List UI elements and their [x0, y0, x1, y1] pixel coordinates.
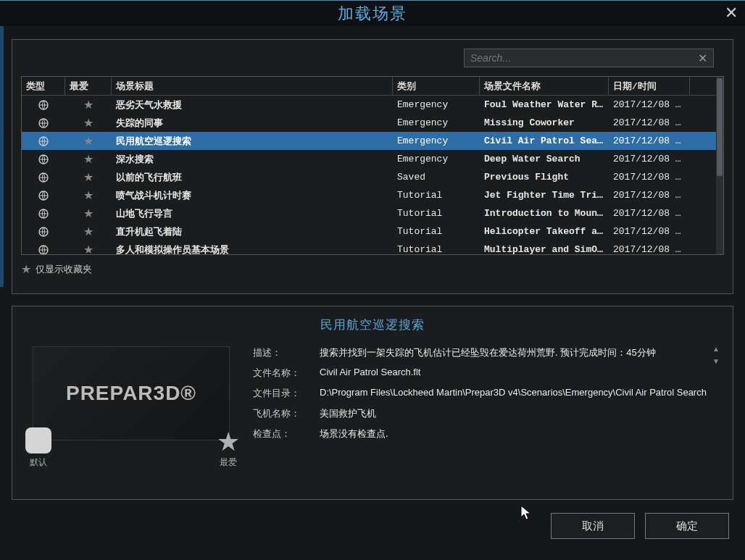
cell-favorite[interactable]: ★	[65, 188, 112, 202]
cell-title: 以前的飞行航班	[112, 171, 393, 184]
cell-datetime: 2017/12/08 21:33	[609, 172, 690, 183]
cell-datetime: 2017/12/08 20:03	[609, 226, 690, 237]
cell-favorite[interactable]: ★	[65, 152, 112, 166]
title-bar: 加载场景 ✕	[0, 0, 745, 26]
table-row[interactable]: ★直升机起飞着陆TutorialHelicopter Takeoff and L…	[22, 222, 723, 241]
cell-category: Tutorial	[393, 190, 480, 201]
cell-datetime: 2017/12/08 20:23	[609, 244, 690, 255]
close-icon[interactable]: ✕	[725, 4, 738, 22]
arrow-down-icon[interactable]: ▼	[712, 357, 720, 365]
cell-favorite[interactable]: ★	[65, 170, 112, 184]
favorite-toggle[interactable]: ★ 最爱	[217, 430, 240, 469]
col-header-datetime[interactable]: 日期/时间	[609, 77, 690, 95]
globe-icon	[38, 207, 49, 218]
table-row[interactable]: ★以前的飞行航班SavedPrevious Flight2017/12/08 2…	[22, 168, 723, 186]
cell-filename: Previous Flight	[480, 172, 609, 183]
dialog-buttons: 取消 确定	[12, 513, 733, 539]
cancel-button[interactable]: 取消	[551, 513, 635, 539]
globe-icon	[38, 99, 49, 109]
value-description: 搜索并找到一架失踪的飞机估计已经坠毁在爱达荷州荒野. 预计完成时间：45分钟 ▲…	[320, 346, 720, 359]
search-input[interactable]	[470, 52, 698, 64]
value-checkpoint: 场景没有检查点.	[320, 427, 720, 440]
cell-datetime: 2017/12/08 13:13	[609, 154, 690, 164]
grid-header: 类型 最爱 场景标题 类别 场景文件名称 日期/时间	[22, 77, 723, 96]
search-box[interactable]: ✕	[464, 49, 714, 67]
cell-category: Emergency	[393, 154, 480, 164]
star-icon: ★	[83, 117, 93, 129]
table-row[interactable]: ★失踪的同事EmergencyMissing Coworker2017/12/0…	[22, 114, 723, 132]
cell-favorite[interactable]: ★	[65, 225, 112, 238]
cell-category: Tutorial	[393, 244, 480, 255]
col-header-category[interactable]: 类别	[393, 77, 480, 95]
star-icon: ★	[83, 135, 93, 147]
cell-filename: Missing Coworker	[480, 117, 609, 128]
table-row[interactable]: ★深水搜索EmergencyDeep Water Search2017/12/0…	[22, 150, 723, 168]
col-header-title[interactable]: 场景标题	[112, 77, 393, 95]
scrollbar-thumb[interactable]	[717, 78, 723, 176]
cell-type	[22, 135, 65, 147]
label-aircraft: 飞机名称：	[253, 407, 320, 420]
detail-fields: 描述： 搜索并找到一架失踪的飞机估计已经坠毁在爱达荷州荒野. 预计完成时间：45…	[253, 346, 720, 469]
cell-favorite[interactable]: ★	[65, 206, 112, 220]
cell-favorite[interactable]: ★	[65, 134, 112, 148]
cell-type	[22, 189, 65, 201]
cell-favorite[interactable]: ★	[65, 116, 112, 130]
cell-title: 恶劣天气水救援	[112, 99, 393, 112]
value-aircraft: 美国救护飞机	[320, 407, 720, 420]
cell-type	[22, 207, 65, 220]
cell-favorite[interactable]: ★	[65, 243, 112, 255]
cell-title: 多人和模拟操作员基本场景	[112, 243, 393, 256]
scenario-grid: 类型 最爱 场景标题 类别 场景文件名称 日期/时间 ★恶劣天气水救援Emerg…	[21, 76, 724, 255]
col-header-filename[interactable]: 场景文件名称	[480, 77, 609, 95]
globe-icon	[38, 225, 49, 236]
label-description: 描述：	[253, 346, 320, 359]
table-row[interactable]: ★恶劣天气水救援EmergencyFoul Weather Water Resc…	[22, 96, 723, 114]
star-icon: ★	[83, 99, 93, 111]
grid-body: ★恶劣天气水救援EmergencyFoul Weather Water Resc…	[22, 96, 723, 255]
col-header-favorite[interactable]: 最爱	[65, 77, 112, 95]
cell-title: 失踪的同事	[112, 117, 393, 130]
ok-button[interactable]: 确定	[645, 513, 729, 539]
scenario-detail-panel: 民用航空巡逻搜索 PREPAR3D® 默认 ★ 最爱 描述：	[12, 306, 733, 500]
description-scroll[interactable]: ▲ ▼	[712, 345, 720, 365]
default-toggle[interactable]: 默认	[25, 427, 51, 469]
cell-title: 民用航空巡逻搜索	[112, 135, 393, 148]
cell-type	[22, 117, 65, 129]
table-row[interactable]: ★山地飞行导言TutorialIntroduction to Mountain……	[22, 204, 723, 222]
globe-icon	[38, 243, 49, 254]
scenario-list-panel: ✕ 类型 最爱 场景标题 类别 场景文件名称 日期/时间 ★恶劣天气水救援Eme…	[12, 39, 733, 294]
star-icon: ★	[21, 262, 31, 276]
arrow-up-icon[interactable]: ▲	[712, 345, 720, 353]
table-row[interactable]: ★喷气战斗机计时赛TutorialJet Fighter Time Trial2…	[22, 186, 723, 204]
window-title: 加载场景	[338, 3, 407, 25]
favorite-label: 最爱	[220, 457, 237, 467]
cell-category: Emergency	[393, 99, 480, 110]
star-icon: ★	[83, 153, 93, 165]
clear-search-icon[interactable]: ✕	[698, 51, 707, 65]
grid-scrollbar[interactable]	[716, 77, 723, 254]
cell-category: Emergency	[393, 135, 480, 146]
cell-title: 山地飞行导言	[112, 207, 393, 220]
cell-category: Emergency	[393, 117, 480, 128]
cell-title: 直升机起飞着陆	[112, 225, 393, 238]
scenario-thumbnail: PREPAR3D®	[33, 346, 230, 440]
table-row[interactable]: ★民用航空巡逻搜索EmergencyCivil Air Patrol Searc…	[22, 132, 723, 150]
label-filedir: 文件目录：	[253, 387, 320, 400]
cell-datetime: 2017/12/08 13:43	[609, 117, 690, 128]
star-icon: ★	[83, 171, 93, 183]
cell-filename: Introduction to Mountain…	[480, 208, 609, 219]
cell-category: Tutorial	[393, 208, 480, 219]
globe-icon	[38, 117, 49, 128]
favorites-only-label: 仅显示收藏夹	[36, 263, 92, 276]
star-icon: ★	[83, 243, 93, 255]
default-toggle-box	[25, 427, 51, 454]
favorites-only-toggle[interactable]: ★ 仅显示收藏夹	[21, 262, 724, 276]
col-header-type[interactable]: 类型	[22, 77, 65, 95]
cell-favorite[interactable]: ★	[65, 98, 112, 112]
cell-filename: Civil Air Patrol Search	[480, 135, 609, 146]
globe-icon	[38, 189, 49, 200]
detail-heading: 民用航空巡逻搜索	[25, 317, 720, 333]
table-row[interactable]: ★多人和模拟操作员基本场景TutorialMultiplayer and Sim…	[22, 241, 723, 255]
globe-icon	[38, 171, 49, 182]
cell-filename: Foul Weather Water Rescue	[480, 99, 609, 110]
